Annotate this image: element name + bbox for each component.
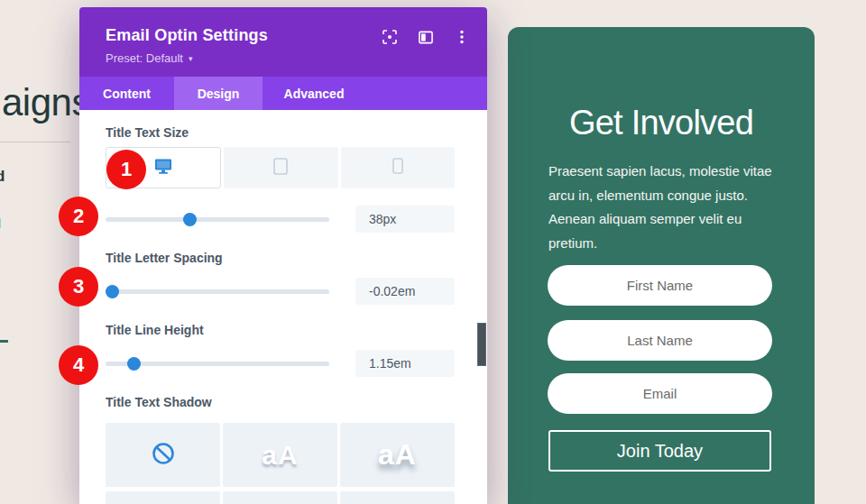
tab-content[interactable]: Content <box>79 77 174 110</box>
last-name-input[interactable] <box>548 320 772 361</box>
kebab-menu-icon[interactable] <box>455 30 469 44</box>
tab-advanced[interactable]: Advanced <box>263 77 365 110</box>
shadow-option[interactable] <box>106 491 220 504</box>
shadow-option[interactable] <box>340 491 455 504</box>
shadow-option-large[interactable]: aA <box>340 423 455 487</box>
email-optin-preview-panel: Get Involved Praesent sapien lacus, mole… <box>508 27 815 504</box>
email-input[interactable] <box>548 373 772 414</box>
preset-label: Preset: Default <box>106 51 183 65</box>
shadow-option-none[interactable] <box>106 423 220 487</box>
title-line-height-slider[interactable] <box>106 350 329 377</box>
title-letter-spacing-input[interactable] <box>355 278 455 305</box>
tablet-icon <box>273 158 288 179</box>
title-text-size-label: Title Text Size <box>106 125 189 140</box>
shadow-option[interactable] <box>223 491 337 504</box>
title-text-size-control <box>106 206 455 233</box>
text-fragment: d <box>0 168 7 182</box>
device-tab-tablet[interactable] <box>224 147 337 188</box>
responsive-device-tabs <box>106 147 455 188</box>
shadow-sample-text: aA <box>378 438 417 472</box>
title-letter-spacing-label: Title Letter Spacing <box>106 251 223 265</box>
focus-mode-icon[interactable] <box>382 30 397 44</box>
optin-description: Praesent sapien lacus, molestie vitae ar… <box>548 160 787 256</box>
split-view-icon[interactable] <box>419 30 433 44</box>
modal-scrollbar-thumb[interactable] <box>477 323 486 366</box>
title-line-height-input[interactable] <box>355 350 455 377</box>
device-tab-phone[interactable] <box>341 147 455 188</box>
title-letter-spacing-control <box>106 278 455 305</box>
shadow-sample-text: aA <box>262 440 298 471</box>
join-today-button[interactable]: Join Today <box>548 430 771 472</box>
title-text-size-input[interactable] <box>355 206 455 233</box>
title-text-shadow-label: Title Text Shadow <box>106 395 212 409</box>
slider-track[interactable] <box>106 217 329 222</box>
desktop-icon <box>153 158 173 179</box>
title-line-height-control <box>106 350 455 377</box>
slider-thumb[interactable] <box>106 285 119 298</box>
slider-thumb[interactable] <box>183 213 197 226</box>
modal-header: Email Optin Settings Preset: Default ▾ <box>79 7 487 77</box>
optin-title: Get Involved <box>508 104 815 143</box>
email-optin-settings-modal: Email Optin Settings Preset: Default ▾ <box>79 7 487 504</box>
shadow-option-small[interactable]: aA <box>223 423 337 487</box>
title-line-height-label: Title Line Height <box>106 323 204 337</box>
tab-design[interactable]: Design <box>174 77 263 110</box>
caret-down-icon: ▾ <box>189 54 193 63</box>
preset-dropdown[interactable]: Preset: Default ▾ <box>106 51 193 65</box>
modal-tab-bar: Content Design Advanced <box>79 77 487 110</box>
slider-thumb[interactable] <box>127 357 141 371</box>
page-divider <box>0 142 70 142</box>
title-text-size-slider[interactable] <box>106 206 329 233</box>
text-shadow-options: aA aA <box>106 423 455 504</box>
callout-1: 1 <box>106 150 146 189</box>
slider-track[interactable] <box>106 289 329 294</box>
phone-icon <box>392 158 403 178</box>
callout-2: 2 <box>59 197 98 236</box>
prohibition-icon <box>152 442 175 469</box>
first-name-input[interactable] <box>548 265 772 306</box>
text-fragment: l <box>0 215 5 228</box>
title-letter-spacing-slider[interactable] <box>106 278 329 305</box>
clipped-page-heading: aigns <box>2 84 90 122</box>
callout-3: 3 <box>59 267 98 307</box>
text-fragment <box>0 340 8 343</box>
callout-4: 4 <box>59 345 98 385</box>
